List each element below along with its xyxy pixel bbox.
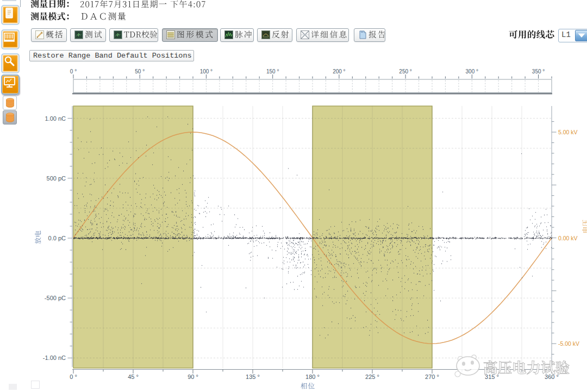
svg-text:-500 pC: -500 pC bbox=[45, 295, 66, 301]
svg-text:180 °: 180 ° bbox=[305, 374, 320, 380]
svg-text:-5.00 kV: -5.00 kV bbox=[558, 340, 579, 347]
svg-text:270 °: 270 ° bbox=[425, 374, 439, 380]
svg-text:5.00 kV: 5.00 kV bbox=[558, 129, 578, 135]
svg-text:100 °: 100 ° bbox=[200, 69, 213, 74]
svg-text:225 °: 225 ° bbox=[365, 374, 379, 380]
svg-text:1.00 nC: 1.00 nC bbox=[45, 115, 66, 122]
svg-text:0.00 kV: 0.00 kV bbox=[558, 235, 578, 241]
svg-text:200 °: 200 ° bbox=[333, 69, 345, 74]
svg-text:45 °: 45 ° bbox=[128, 374, 139, 380]
svg-text:350 °: 350 ° bbox=[532, 69, 545, 74]
svg-text:0.0 pC: 0.0 pC bbox=[48, 235, 66, 241]
svg-text:250 °: 250 ° bbox=[399, 69, 411, 74]
svg-text:135 °: 135 ° bbox=[246, 374, 260, 380]
svg-text:0 °: 0 ° bbox=[70, 374, 77, 380]
svg-text:0 °: 0 ° bbox=[70, 69, 77, 74]
svg-text:-1.00 nC: -1.00 nC bbox=[43, 354, 66, 361]
svg-text:150 °: 150 ° bbox=[266, 69, 279, 74]
svg-text:90 °: 90 ° bbox=[188, 374, 198, 380]
svg-text:50 °: 50 ° bbox=[135, 69, 145, 74]
svg-text:500 pC: 500 pC bbox=[47, 175, 66, 182]
svg-text:300 °: 300 ° bbox=[466, 69, 478, 74]
